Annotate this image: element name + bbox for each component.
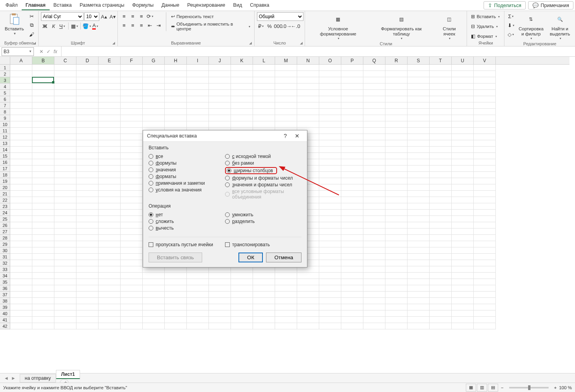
row-header[interactable]: 10 bbox=[0, 121, 10, 128]
cell[interactable] bbox=[452, 178, 474, 184]
align-middle-icon[interactable]: ≡ bbox=[129, 12, 137, 20]
cell[interactable] bbox=[231, 115, 253, 121]
cell[interactable] bbox=[363, 65, 385, 71]
cell[interactable] bbox=[385, 128, 408, 134]
cell[interactable] bbox=[297, 279, 319, 285]
italic-icon[interactable]: К bbox=[50, 22, 58, 30]
cell[interactable] bbox=[32, 241, 54, 247]
cell[interactable] bbox=[341, 77, 363, 84]
cell[interactable] bbox=[231, 323, 253, 329]
insert-cells-button[interactable]: ⊞Вставить▾ bbox=[469, 12, 501, 21]
cell[interactable] bbox=[99, 109, 121, 115]
cell[interactable] bbox=[231, 84, 253, 90]
cell[interactable] bbox=[32, 247, 54, 254]
op-right-radio-1[interactable]: разделить bbox=[225, 218, 301, 225]
cell[interactable] bbox=[10, 65, 32, 71]
cell[interactable] bbox=[32, 235, 54, 241]
cell[interactable] bbox=[231, 285, 253, 292]
cell[interactable] bbox=[319, 292, 341, 298]
cell[interactable] bbox=[474, 285, 496, 292]
cell[interactable] bbox=[54, 222, 76, 229]
cell[interactable] bbox=[121, 273, 143, 279]
cell[interactable] bbox=[363, 247, 385, 254]
cell[interactable] bbox=[187, 310, 209, 317]
cell[interactable] bbox=[385, 292, 408, 298]
cell[interactable] bbox=[430, 121, 452, 128]
cell[interactable] bbox=[32, 96, 54, 102]
cell[interactable] bbox=[275, 121, 297, 128]
cell[interactable] bbox=[275, 71, 297, 77]
cell[interactable] bbox=[408, 229, 430, 235]
decrease-decimal-icon[interactable]: ←.0 bbox=[292, 22, 300, 30]
cell[interactable] bbox=[363, 165, 385, 172]
cell[interactable] bbox=[187, 102, 209, 109]
cell[interactable] bbox=[408, 115, 430, 121]
cell[interactable] bbox=[452, 292, 474, 298]
cell[interactable] bbox=[209, 273, 231, 279]
cell[interactable] bbox=[99, 153, 121, 159]
cell[interactable] bbox=[363, 84, 385, 90]
cell[interactable] bbox=[165, 285, 187, 292]
cell[interactable] bbox=[319, 159, 341, 165]
cell[interactable] bbox=[76, 77, 99, 84]
cell[interactable] bbox=[54, 172, 76, 178]
cell[interactable] bbox=[99, 165, 121, 172]
row-header[interactable]: 41 bbox=[0, 317, 10, 323]
orientation-icon[interactable]: ⟳▾ bbox=[146, 12, 154, 20]
cell[interactable] bbox=[76, 65, 99, 71]
cell[interactable] bbox=[319, 77, 341, 84]
cell[interactable] bbox=[99, 90, 121, 96]
cell[interactable] bbox=[209, 102, 231, 109]
cell[interactable] bbox=[430, 165, 452, 172]
row-header[interactable]: 13 bbox=[0, 140, 10, 147]
wrap-text-button[interactable]: ↩Переносить текст bbox=[169, 12, 252, 21]
cell[interactable] bbox=[474, 191, 496, 197]
cell[interactable] bbox=[452, 210, 474, 216]
cell[interactable] bbox=[408, 71, 430, 77]
cell[interactable] bbox=[474, 266, 496, 273]
cell[interactable] bbox=[452, 323, 474, 329]
cell[interactable] bbox=[99, 115, 121, 121]
cell[interactable] bbox=[99, 178, 121, 184]
cell[interactable] bbox=[187, 317, 209, 323]
cell[interactable] bbox=[32, 71, 54, 77]
cell[interactable] bbox=[187, 323, 209, 329]
cell[interactable] bbox=[319, 260, 341, 266]
cell[interactable] bbox=[54, 184, 76, 191]
cell[interactable] bbox=[99, 203, 121, 210]
column-header[interactable]: D bbox=[76, 57, 99, 64]
cell[interactable] bbox=[341, 84, 363, 90]
cell[interactable] bbox=[275, 279, 297, 285]
cell[interactable] bbox=[408, 254, 430, 260]
cell[interactable] bbox=[10, 247, 32, 254]
cell[interactable] bbox=[430, 102, 452, 109]
cell[interactable] bbox=[474, 273, 496, 279]
cell[interactable] bbox=[430, 115, 452, 121]
zoom-thumb[interactable] bbox=[528, 385, 530, 390]
cell[interactable] bbox=[143, 77, 165, 84]
cell[interactable] bbox=[408, 191, 430, 197]
cell[interactable] bbox=[430, 216, 452, 222]
cell[interactable] bbox=[363, 317, 385, 323]
cell[interactable] bbox=[363, 172, 385, 178]
cell[interactable] bbox=[143, 71, 165, 77]
cell[interactable] bbox=[10, 172, 32, 178]
cell[interactable] bbox=[10, 165, 32, 172]
row-header[interactable]: 19 bbox=[0, 178, 10, 184]
cell[interactable] bbox=[253, 121, 275, 128]
cell[interactable] bbox=[275, 310, 297, 317]
cell[interactable] bbox=[121, 172, 143, 178]
cell[interactable] bbox=[341, 191, 363, 197]
cell[interactable] bbox=[54, 134, 76, 140]
cell[interactable] bbox=[385, 241, 408, 247]
cell[interactable] bbox=[452, 254, 474, 260]
cell[interactable] bbox=[385, 266, 408, 273]
cell[interactable] bbox=[385, 254, 408, 260]
row-header[interactable]: 23 bbox=[0, 203, 10, 210]
cell[interactable] bbox=[54, 96, 76, 102]
cell[interactable] bbox=[385, 84, 408, 90]
column-header[interactable]: O bbox=[319, 57, 341, 64]
cell[interactable] bbox=[430, 210, 452, 216]
cell[interactable] bbox=[32, 310, 54, 317]
column-header[interactable]: Q bbox=[363, 57, 385, 64]
